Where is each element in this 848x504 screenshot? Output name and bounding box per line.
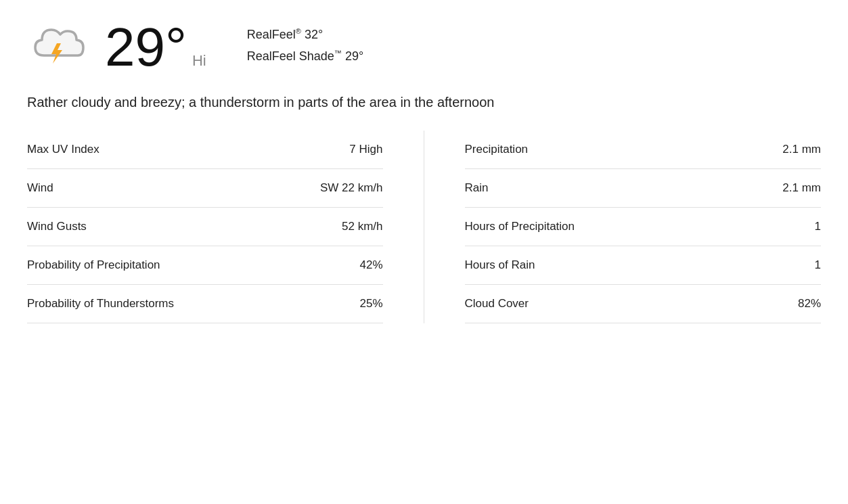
weather-icon-area [27, 20, 91, 71]
weather-description: Rather cloudy and breezy; a thunderstorm… [27, 95, 821, 110]
stat-label: Probability of Precipitation [27, 258, 160, 272]
stat-label: Wind Gusts [27, 220, 87, 233]
stat-label: Hours of Precipitation [465, 220, 575, 233]
temperature-value: 29° [105, 20, 187, 74]
stat-label: Probability of Thunderstorms [27, 297, 174, 311]
stat-value: 82% [798, 297, 821, 311]
stat-label: Wind [27, 181, 53, 195]
stats-right-column: Precipitation2.1 mmRain2.1 mmHours of Pr… [424, 131, 822, 323]
realfeel-shade-label: RealFeel Shade™ [247, 49, 345, 63]
table-row: Cloud Cover82% [465, 285, 822, 323]
stat-value: 1 [815, 220, 821, 233]
realfeel-area: RealFeel® 32° RealFeel Shade™ 29° [247, 20, 363, 64]
stat-value: 42% [359, 258, 382, 272]
stats-left-column: Max UV Index7 HighWindSW 22 km/hWind Gus… [27, 131, 424, 323]
table-row: Hours of Rain1 [465, 246, 822, 285]
table-row: Precipitation2.1 mm [465, 131, 822, 169]
header-section: 29° Hi RealFeel® 32° RealFeel Shade™ 29° [27, 20, 821, 74]
stats-grid: Max UV Index7 HighWindSW 22 km/hWind Gus… [27, 131, 821, 323]
table-row: Wind Gusts52 km/h [27, 208, 383, 246]
realfeel-line: RealFeel® 32° [247, 27, 363, 42]
stat-label: Precipitation [465, 143, 529, 156]
temp-hi-area: 29° Hi [105, 20, 206, 74]
stat-label: Cloud Cover [465, 297, 529, 311]
stat-value: 1 [815, 258, 821, 272]
realfeel-shade-value: 29° [345, 49, 363, 63]
hi-label: Hi [192, 52, 206, 70]
stat-value: 7 High [349, 143, 382, 156]
stat-value: SW 22 km/h [320, 181, 383, 195]
table-row: Probability of Thunderstorms25% [27, 285, 383, 323]
stat-label: Max UV Index [27, 143, 99, 156]
stat-value: 2.1 mm [782, 143, 821, 156]
realfeel-value: 32° [305, 28, 323, 41]
cloud-lightning-icon [27, 20, 91, 71]
stat-label: Rain [465, 181, 489, 195]
stat-value: 2.1 mm [782, 181, 821, 195]
table-row: WindSW 22 km/h [27, 169, 383, 208]
table-row: Hours of Precipitation1 [465, 208, 822, 246]
stat-value: 25% [359, 297, 382, 311]
table-row: Rain2.1 mm [465, 169, 822, 208]
table-row: Max UV Index7 High [27, 131, 383, 169]
realfeel-shade-line: RealFeel Shade™ 29° [247, 49, 363, 64]
table-row: Probability of Precipitation42% [27, 246, 383, 285]
stat-value: 52 km/h [342, 220, 382, 233]
stat-label: Hours of Rain [465, 258, 535, 272]
realfeel-label: RealFeel® [247, 28, 305, 41]
